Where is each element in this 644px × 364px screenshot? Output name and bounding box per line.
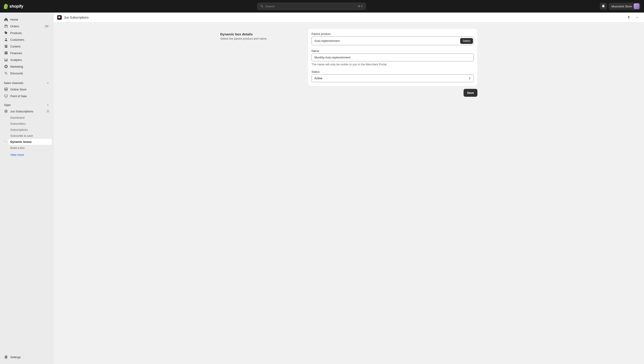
sales-channels-header[interactable]: Sales channels xyxy=(2,80,52,86)
details-card: Parent product Select Name The name will… xyxy=(308,29,478,86)
sidebar-item-label: Home xyxy=(10,18,50,21)
name-input[interactable] xyxy=(312,54,474,61)
parent-product-field: Select xyxy=(312,37,474,45)
shopify-wordmark: shopify xyxy=(10,4,23,9)
discounts-icon xyxy=(4,71,8,75)
sidebar-item-customers[interactable]: Customers xyxy=(2,36,52,43)
search-icon xyxy=(260,5,264,8)
finances-icon xyxy=(4,51,8,55)
pos-icon xyxy=(4,94,8,98)
svg-point-3 xyxy=(636,17,636,18)
sidebar-item-discounts[interactable]: Discounts xyxy=(2,70,52,77)
sidebar-item-label: Online Store xyxy=(10,88,50,91)
sidebar-item-label: Discounts xyxy=(10,72,50,75)
save-button[interactable]: Save xyxy=(464,89,478,97)
svg-rect-0 xyxy=(5,95,8,97)
home-icon xyxy=(4,18,8,22)
svg-point-4 xyxy=(637,17,638,18)
sales-channels-label: Sales channels xyxy=(4,81,24,85)
analytics-icon xyxy=(4,58,8,62)
sidebar-item-home[interactable]: Home xyxy=(2,16,52,23)
section-desc: Select the parent product and name. xyxy=(220,37,301,40)
sidebar: Home Orders 25 Products Customers Conten… xyxy=(0,13,54,103)
parent-product-label: Parent product xyxy=(312,32,474,36)
sidebar-item-label: Products xyxy=(10,31,50,35)
sidebar-item-marketing[interactable]: Marketing xyxy=(2,63,52,70)
products-icon xyxy=(4,31,8,35)
dots-icon xyxy=(636,16,639,19)
chevron-right-icon xyxy=(46,81,50,85)
sidebar-item-label: Finances xyxy=(10,52,50,55)
sidebar-item-label: Marketing xyxy=(10,65,50,68)
parent-product-input[interactable] xyxy=(314,37,460,44)
app-header: Juo Subscriptions xyxy=(54,13,644,22)
sidebar-item-products[interactable]: Products xyxy=(2,30,52,36)
sidebar-item-orders[interactable]: Orders 25 xyxy=(2,23,52,30)
shopify-bag-icon xyxy=(4,4,8,9)
avatar xyxy=(634,3,640,9)
pin-app-button[interactable] xyxy=(626,14,632,21)
search-placeholder: Search xyxy=(266,5,356,8)
status-select[interactable]: Active xyxy=(312,74,474,82)
app-title: Juo Subscriptions xyxy=(64,16,624,19)
search-shortcut: ⌘ K xyxy=(358,5,363,8)
store-icon xyxy=(4,87,8,91)
svg-point-5 xyxy=(638,17,639,18)
main-content: Dynamic box details Select the parent pr… xyxy=(54,22,644,103)
status-label: Status xyxy=(312,70,474,73)
sidebar-item-finances[interactable]: Finances xyxy=(2,50,52,56)
section-title: Dynamic box details xyxy=(220,32,301,36)
content-icon xyxy=(4,44,8,48)
sidebar-item-analytics[interactable]: Analytics xyxy=(2,56,52,63)
store-name: Moonshot Store xyxy=(611,5,632,8)
search-input[interactable]: Search ⌘ K xyxy=(257,3,366,10)
shopify-logo[interactable]: shopify xyxy=(4,4,23,9)
sidebar-item-point-of-sale[interactable]: Point of Sale xyxy=(2,93,52,99)
name-label: Name xyxy=(312,49,474,53)
sidebar-item-content[interactable]: Content xyxy=(2,43,52,50)
orders-icon xyxy=(4,24,8,28)
marketing-icon xyxy=(4,65,8,69)
name-help-text: The name will only be visible to you in … xyxy=(312,63,474,66)
sidebar-item-label: Analytics xyxy=(10,58,50,62)
notifications-button[interactable] xyxy=(600,3,607,10)
sidebar-item-label: Orders xyxy=(10,25,42,28)
customers-icon xyxy=(4,38,8,42)
store-menu[interactable]: Moonshot Store xyxy=(609,3,640,10)
topbar: shopify Search ⌘ K Moonshot Store xyxy=(0,0,644,13)
select-product-button[interactable]: Select xyxy=(460,38,473,44)
pin-icon xyxy=(627,16,630,19)
more-actions-button[interactable] xyxy=(634,14,640,21)
sidebar-item-label: Content xyxy=(10,45,50,48)
sidebar-item-label: Point of Sale xyxy=(10,94,50,98)
sidebar-item-label: Customers xyxy=(10,38,50,41)
bell-icon xyxy=(601,4,605,8)
app-logo-icon xyxy=(57,15,62,20)
apps-header[interactable]: Apps xyxy=(2,102,52,103)
orders-badge: 25 xyxy=(44,25,50,28)
sidebar-item-online-store[interactable]: Online Store xyxy=(2,86,52,93)
